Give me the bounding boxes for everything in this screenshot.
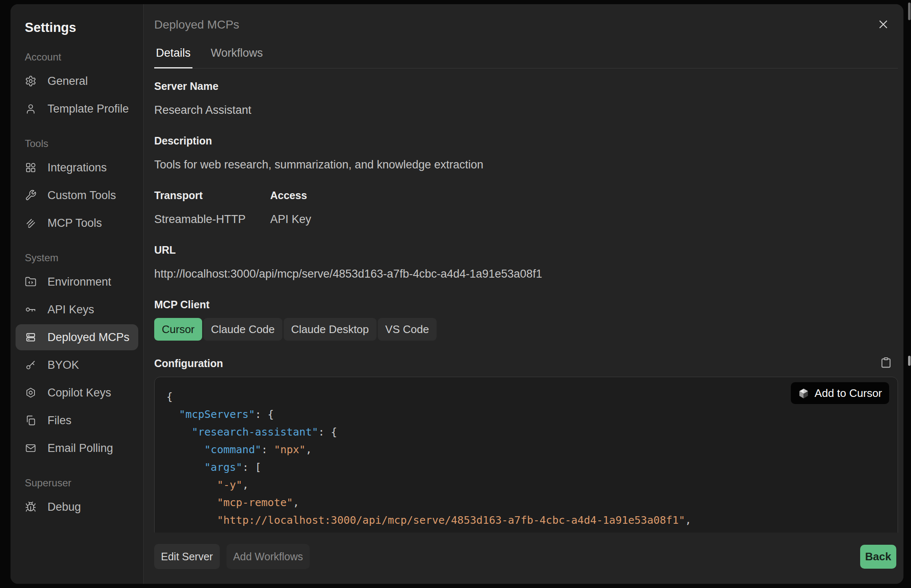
sidebar-item-debug[interactable]: Debug xyxy=(16,494,138,520)
code-line: "command": "npx", xyxy=(166,441,886,459)
transport-value: Streamable-HTTP xyxy=(154,212,270,226)
description-label: Description xyxy=(154,134,898,147)
gear-icon xyxy=(25,75,37,87)
sidebar-item-label: Integrations xyxy=(47,161,107,174)
server-name-field: Server Name Research Assistant xyxy=(154,79,898,117)
transport-field: Transport Streamable-HTTP xyxy=(154,189,270,226)
sidebar-item-label: Email Polling xyxy=(47,442,113,455)
url-label: URL xyxy=(154,243,898,257)
code-line: "research-assistant": { xyxy=(166,423,886,441)
sidebar-item-label: Custom Tools xyxy=(47,189,116,202)
mcp-client-option-claude-desktop[interactable]: Claude Desktop xyxy=(284,318,377,341)
sidebar-item-integrations[interactable]: Integrations xyxy=(16,155,138,181)
main-header: Deployed MCPs xyxy=(144,4,903,33)
close-icon xyxy=(877,18,890,32)
sidebar-item-copilot-keys[interactable]: Copilot Keys xyxy=(16,380,138,406)
sidebar-item-general[interactable]: General xyxy=(16,68,138,94)
sidebar-item-template-profile[interactable]: Template Profile xyxy=(16,96,138,122)
sidebar-item-mcp-tools[interactable]: MCP Tools xyxy=(16,210,138,236)
close-button[interactable] xyxy=(877,18,890,32)
sidebar-item-environment[interactable]: Environment xyxy=(16,269,138,295)
page-title: Deployed MCPs xyxy=(154,17,239,33)
sidebar-item-email-polling[interactable]: Email Polling xyxy=(16,435,138,461)
mcp-client-option-claude-code[interactable]: Claude Code xyxy=(203,318,282,341)
tab-details[interactable]: Details xyxy=(154,44,192,68)
mail-icon xyxy=(25,442,37,454)
sidebar-nav: AccountGeneralTemplate ProfileToolsInteg… xyxy=(16,51,138,520)
footer-bar: Edit Server Add Workflows Back xyxy=(144,533,903,584)
cursor-logo-icon xyxy=(798,388,809,399)
back-button[interactable]: Back xyxy=(860,545,896,569)
description-field: Description Tools for web research, summ… xyxy=(154,134,898,172)
tab-workflows[interactable]: Workflows xyxy=(209,44,265,68)
access-field: Access API Key xyxy=(270,189,311,226)
sidebar-item-label: Template Profile xyxy=(47,102,129,116)
tabs: DetailsWorkflows xyxy=(154,44,898,68)
sidebar-item-label: Deployed MCPs xyxy=(47,331,129,344)
code-line: "-y", xyxy=(166,476,886,494)
mcp-client-section: MCP Client CursorClaude CodeClaude Deskt… xyxy=(154,298,898,341)
folder-code-icon xyxy=(25,276,37,288)
sidebar-section-tools: Tools xyxy=(25,138,138,150)
grid-icon xyxy=(25,162,37,173)
copy-icon xyxy=(25,415,37,426)
server-name-label: Server Name xyxy=(154,79,898,93)
code-line: { xyxy=(166,388,886,406)
add-workflows-button[interactable]: Add Workflows xyxy=(226,544,310,569)
configuration-row: Configuration xyxy=(154,357,898,370)
server-icon xyxy=(25,331,37,343)
sidebar-item-label: API Keys xyxy=(47,303,94,316)
main-panel: Deployed MCPs DetailsWorkflows Server Na… xyxy=(144,4,903,584)
access-label: Access xyxy=(270,189,311,202)
code-line: "args": [ xyxy=(166,459,886,476)
key-icon xyxy=(25,304,37,315)
transport-access-row: Transport Streamable-HTTP Access API Key xyxy=(154,189,898,226)
mcp-client-options: CursorClaude CodeClaude DesktopVS Code xyxy=(154,318,898,341)
sidebar-item-label: Debug xyxy=(47,501,81,514)
sidebar-item-label: General xyxy=(47,75,88,88)
transport-label: Transport xyxy=(154,189,270,202)
sidebar-section-system: System xyxy=(25,252,138,264)
code-line: "http://localhost:3000/api/mcp/serve/485… xyxy=(166,512,886,529)
add-to-cursor-label: Add to Cursor xyxy=(815,387,882,400)
code-line: "mcpServers": { xyxy=(166,406,886,423)
scrollbar-thumb[interactable] xyxy=(908,356,911,366)
hexagon-icon xyxy=(25,387,37,399)
sidebar: Settings AccountGeneralTemplate ProfileT… xyxy=(11,4,144,584)
sidebar-item-deployed-mcps[interactable]: Deployed MCPs xyxy=(16,324,138,350)
bug-icon xyxy=(25,501,37,513)
mcp-client-option-vs-code[interactable]: VS Code xyxy=(378,318,437,341)
sidebar-item-custom-tools[interactable]: Custom Tools xyxy=(16,182,138,208)
add-to-cursor-button[interactable]: Add to Cursor xyxy=(791,382,889,404)
code-line: "--header" xyxy=(166,529,886,533)
scrollbar-thumb[interactable] xyxy=(908,3,911,20)
copy-config-button[interactable] xyxy=(880,357,892,370)
server-name-value: Research Assistant xyxy=(154,103,898,117)
sidebar-item-byok[interactable]: BYOK xyxy=(16,352,138,378)
user-icon xyxy=(25,103,37,115)
wrench-icon xyxy=(25,189,37,201)
url-field: URL http://localhost:3000/api/mcp/serve/… xyxy=(154,243,898,281)
description-value: Tools for web research, summarization, a… xyxy=(154,158,898,172)
sidebar-item-label: MCP Tools xyxy=(47,217,102,230)
sidebar-item-label: BYOK xyxy=(47,359,79,372)
sidebar-section-account: Account xyxy=(25,51,138,63)
sidebar-item-files[interactable]: Files xyxy=(16,407,138,433)
sidebar-item-label: Files xyxy=(47,414,71,427)
clipboard-icon xyxy=(880,357,892,370)
mcp-client-option-cursor[interactable]: Cursor xyxy=(154,318,202,341)
mcp-client-label: MCP Client xyxy=(154,298,898,311)
sidebar-section-superuser: Superuser xyxy=(25,477,138,489)
settings-title: Settings xyxy=(25,20,138,35)
stack-icon xyxy=(25,217,37,229)
sidebar-item-api-keys[interactable]: API Keys xyxy=(16,297,138,323)
code-line: "mcp-remote", xyxy=(166,494,886,512)
edit-server-button[interactable]: Edit Server xyxy=(154,544,220,569)
sidebar-item-label: Copilot Keys xyxy=(47,386,111,399)
settings-modal: Settings AccountGeneralTemplate ProfileT… xyxy=(11,4,903,584)
sidebar-item-label: Environment xyxy=(47,276,111,289)
configuration-label: Configuration xyxy=(154,357,223,370)
code-block: { "mcpServers": { "research-assistant": … xyxy=(154,377,898,533)
access-value: API Key xyxy=(270,212,311,226)
url-value: http://localhost:3000/api/mcp/serve/4853… xyxy=(154,267,898,281)
